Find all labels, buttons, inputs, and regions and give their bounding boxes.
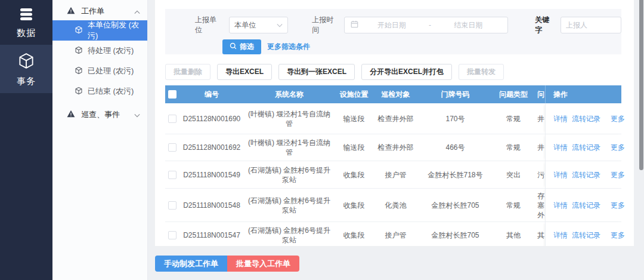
cell-door: 金胜村长胜718号: [418, 167, 493, 183]
more-link[interactable]: 更多: [611, 230, 625, 240]
detail-link[interactable]: 详情: [553, 143, 568, 152]
cube-outline-icon: [75, 87, 83, 97]
row-checkbox[interactable]: [168, 171, 177, 179]
menu-item-unit-issued[interactable]: 本单位制发 (农污): [52, 20, 147, 41]
footer-actions: 手动制发工作单 批量导入工作单: [155, 256, 634, 272]
table-row: D251118N001548 (石湖荡镇) 金胜村6号提升泵站 收集段 化粪池 …: [165, 189, 621, 222]
menu-group-patrol[interactable]: 巡查、事件: [52, 106, 147, 124]
detail-link[interactable]: 详情: [553, 230, 568, 240]
cell-location: 收集段: [335, 197, 373, 214]
filter-button[interactable]: 筛选: [222, 39, 261, 54]
menu-item-finished-label: 已结束 (农污): [88, 86, 134, 97]
cell-system: (石湖荡镇) 金胜村6号提升泵站: [244, 192, 335, 219]
cell-type: 常规: [493, 139, 534, 156]
sidebar-item-data[interactable]: 数据: [0, 0, 52, 45]
search-icon: [230, 42, 237, 51]
cell-door: 170号: [418, 110, 493, 127]
cell-target: 接户管: [373, 167, 418, 183]
header-door: 门牌号码: [418, 86, 493, 103]
menu-item-pending[interactable]: 待处理 (农污): [52, 41, 147, 61]
calendar-icon: [351, 20, 358, 30]
cube-icon: [17, 52, 35, 72]
cube-outline-icon: [75, 46, 83, 56]
cell-desc: 存塞外: [534, 187, 545, 223]
cell-type: 常规: [493, 110, 534, 127]
table-row: D251128N001690 (叶榭镇) 堰泾村1号自流纳管 输送段 检查井外部…: [165, 103, 621, 134]
cell-id: D251118N001547: [179, 227, 244, 244]
cell-desc: 井: [534, 110, 545, 127]
filter-button-label: 筛选: [240, 42, 254, 52]
report-unit-select[interactable]: 本单位: [229, 17, 288, 33]
chevron-down-icon: [277, 21, 283, 29]
database-icon: [18, 7, 35, 23]
flow-record-link[interactable]: 流转记录: [572, 230, 600, 240]
cell-id: D251118N001549: [179, 167, 244, 183]
sidebar-item-affairs[interactable]: 事务: [0, 45, 52, 93]
batch-delete-button[interactable]: 批量删除: [165, 64, 210, 80]
cell-type: 其他: [493, 227, 534, 244]
detail-link[interactable]: 详情: [553, 170, 568, 180]
menu-group-workorder[interactable]: 工作单: [52, 2, 147, 20]
menu-group-patrol-label: 巡查、事件: [81, 109, 134, 120]
more-link[interactable]: 更多: [611, 201, 625, 210]
row-checkbox[interactable]: [168, 115, 177, 123]
cell-system: (叶榭镇) 堰泾村1号自流纳管: [244, 134, 335, 161]
menu-item-pending-label: 待处理 (农污): [88, 45, 134, 56]
flow-record-link[interactable]: 流转记录: [572, 170, 600, 180]
export-excel-button[interactable]: 导出EXCEL: [217, 64, 272, 80]
table-toolbar: 批量删除 导出EXCEL 导出到一张EXCEL 分开导出EXCEL并打包 批量转…: [165, 64, 634, 80]
flow-record-link[interactable]: 流转记录: [572, 201, 600, 210]
export-split-zip-button[interactable]: 分开导出EXCEL并打包: [361, 64, 452, 80]
cell-desc: 井: [534, 139, 545, 156]
cell-id: D251118N001548: [179, 197, 244, 214]
detail-link[interactable]: 详情: [553, 114, 568, 124]
chevron-down-icon: [134, 110, 140, 119]
more-filters-link[interactable]: 更多筛选条件: [267, 42, 310, 52]
sidebar-item-data-label: 数据: [17, 27, 36, 39]
flow-record-link[interactable]: 流转记录: [572, 114, 600, 124]
manual-create-workorder-button[interactable]: 手动制发工作单: [155, 256, 227, 272]
menu-item-processed-label: 已处理 (农污): [88, 66, 134, 76]
row-checkbox[interactable]: [168, 201, 177, 210]
keyword-input[interactable]: [561, 17, 621, 33]
app-window: 数据 事务 工作单 本单位制发 (农污): [0, 0, 644, 280]
main-content: 上报单位 本单位 上报时间 开始日期 - 结束日期: [148, 0, 644, 280]
cell-id: D251128N001690: [179, 110, 244, 127]
cell-door: 466号: [418, 139, 493, 156]
more-link[interactable]: 更多: [611, 114, 625, 124]
keyword-label: 关键字: [535, 15, 556, 35]
row-checkbox[interactable]: [168, 143, 177, 152]
menu-item-processed[interactable]: 已处理 (农污): [52, 61, 147, 81]
header-desc: 问: [534, 86, 545, 103]
table-row: D251118N001547 (石湖荡镇) 金胜村6号提升泵站 收集段 接户管 …: [165, 222, 621, 246]
vertical-scrollbar[interactable]: [639, 0, 643, 170]
header-system: 系统名称: [244, 86, 335, 103]
cell-system: (叶榭镇) 堰泾村1号自流纳管: [244, 106, 335, 132]
start-date-placeholder: 开始日期: [358, 20, 425, 30]
more-link[interactable]: 更多: [611, 143, 625, 152]
batch-import-workorder-button[interactable]: 批量导入工作单: [227, 256, 299, 272]
table-row: D251118N001549 (石湖荡镇) 金胜村6号提升泵站 收集段 接户管 …: [165, 161, 621, 189]
flow-record-link[interactable]: 流转记录: [572, 143, 600, 152]
export-single-excel-button[interactable]: 导出到一张EXCEL: [278, 64, 355, 80]
cell-system: (石湖荡镇) 金胜村6号提升泵站: [244, 222, 335, 246]
cell-door: 金胜村长胜705: [418, 227, 493, 244]
header-location: 设施位置: [335, 86, 373, 103]
more-link[interactable]: 更多: [611, 170, 625, 180]
cell-target: 接户管: [373, 227, 418, 244]
cube-outline-icon: [75, 26, 83, 36]
report-unit-label: 上报单位: [195, 15, 222, 35]
detail-link[interactable]: 详情: [553, 201, 568, 210]
report-unit-value: 本单位: [234, 20, 277, 30]
cell-desc: 其: [534, 227, 545, 244]
content-card: 上报单位 本单位 上报时间 开始日期 - 结束日期: [155, 0, 634, 246]
select-all-checkbox[interactable]: [168, 90, 177, 99]
report-time-range-picker[interactable]: 开始日期 - 结束日期: [344, 17, 509, 33]
filter-panel: 上报单位 本单位 上报时间 开始日期 - 结束日期: [165, 9, 621, 54]
cell-type: 突出: [493, 167, 534, 183]
menu-item-finished[interactable]: 已结束 (农污): [52, 81, 147, 101]
row-checkbox[interactable]: [168, 231, 177, 239]
end-date-placeholder: 结束日期: [435, 20, 501, 30]
secondary-sidebar: 工作单 本单位制发 (农污) 待处理 (农污) 已处理 (农污): [52, 0, 148, 280]
batch-forward-button[interactable]: 批量转发: [459, 64, 504, 80]
